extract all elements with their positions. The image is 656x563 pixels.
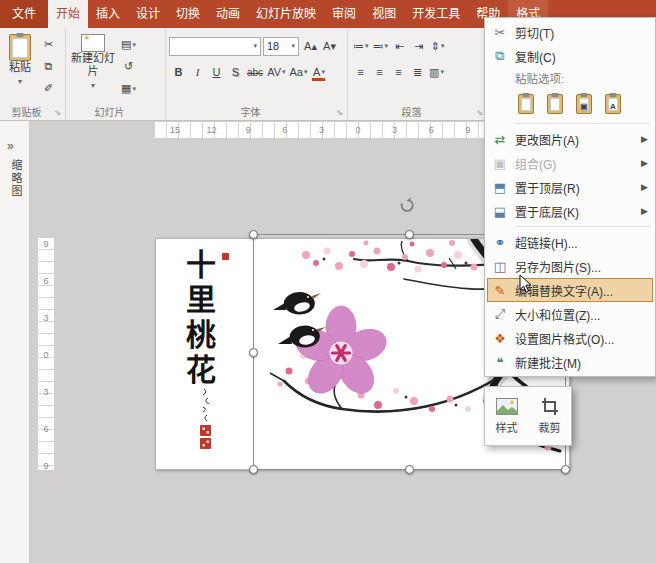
paste-keep-source-formatting-icon[interactable] <box>514 91 538 117</box>
menu-item-send-to-back[interactable]: ⬓置于底层(K)▶ <box>487 199 653 223</box>
menu-item-cut[interactable]: ✂剪切(T) <box>487 20 653 44</box>
layout-button[interactable]: ▤▾ <box>119 35 138 54</box>
calligraphy-picture[interactable]: 十里桃花 <box>176 249 220 407</box>
justify-icon: ≣ <box>413 65 422 80</box>
menu-item-format-picture[interactable]: ❖设置图片格式(O)... <box>487 326 653 350</box>
scissors-icon: ✂ <box>489 25 511 40</box>
numbering-button[interactable]: ≕▾ <box>371 37 391 56</box>
italic-icon: I <box>196 65 200 80</box>
tab-slideshow[interactable]: 幻灯片放映 <box>248 0 324 28</box>
columns-button[interactable]: ▥▾ <box>427 63 446 82</box>
text-shadow-button[interactable]: S <box>226 63 245 82</box>
section-button[interactable]: ▦▾ <box>119 79 138 98</box>
h-ruler-number: 3 <box>392 125 397 135</box>
align-center-icon: ≡ <box>376 65 382 80</box>
increase-indent-button[interactable]: ⇥ <box>409 37 428 56</box>
submenu-arrow-icon: ▶ <box>641 158 648 168</box>
slides-group-label: 幻灯片 <box>66 104 153 119</box>
decrease-indent-button[interactable]: ⇤ <box>390 37 409 56</box>
section-icon: ▦ <box>121 81 131 96</box>
character-spacing-button[interactable]: AV▾ <box>265 63 287 82</box>
clipboard-small-buttons: ✂⧉✐ <box>39 31 58 105</box>
tab-home[interactable]: 开始 <box>48 0 88 28</box>
bold-button[interactable]: B <box>169 63 188 82</box>
copy-button[interactable]: ⧉ <box>39 57 58 76</box>
decrease-font-size-button[interactable]: A▾ <box>320 37 339 56</box>
save-as-picture-icon: ◫ <box>489 259 511 274</box>
decrease-font-size-icon: A▾ <box>323 39 336 54</box>
menu-caption-paste-options: 粘贴选项: <box>487 68 653 88</box>
font-dialog-launcher-icon[interactable]: ⇘ <box>334 107 345 118</box>
tab-developer[interactable]: 开发工具 <box>404 0 468 28</box>
expand-pane-chevron-icon[interactable]: » <box>7 139 14 153</box>
clipboard-dialog-launcher-icon[interactable]: ⇘ <box>52 107 63 118</box>
font-row2-buttons: BIUSabcAV▾Aa▾A▾ <box>169 61 339 83</box>
underline-button[interactable]: U <box>207 63 226 82</box>
font-row1-buttons: A▴A▾ <box>301 37 339 56</box>
strikethrough-button[interactable]: abc <box>245 63 265 82</box>
paste-button[interactable]: 粘贴 ▾ <box>3 31 37 105</box>
reset-button[interactable]: ↺ <box>119 57 138 76</box>
paste-as-picture-icon[interactable]: ▣ <box>572 91 596 117</box>
tab-insert[interactable]: 插入 <box>88 0 128 28</box>
chevron-down-icon: ▾ <box>249 42 257 50</box>
strikethrough-icon: abc <box>247 65 263 80</box>
decrease-indent-icon: ⇤ <box>395 39 404 54</box>
italic-button[interactable]: I <box>188 63 207 82</box>
paragraph-row1-buttons: ≔▾≕▾⇤⇥⇕▾ <box>351 35 447 57</box>
tab-review[interactable]: 审阅 <box>324 0 364 28</box>
menu-item-size-and-position[interactable]: ⤢大小和位置(Z)... <box>487 302 653 326</box>
tab-animations[interactable]: 动画 <box>208 0 248 28</box>
selection-handle-top-center[interactable] <box>405 230 414 239</box>
menu-item-save-as-picture[interactable]: ◫另存为图片(S)... <box>487 254 653 278</box>
new-slide-button[interactable]: ✶ 新建幻灯片 ▾ <box>69 31 117 105</box>
selection-handle-bottom-center[interactable] <box>405 465 414 474</box>
align-left-button[interactable]: ≡ <box>351 63 370 82</box>
text-shadow-icon: S <box>232 65 239 80</box>
paste-keep-text-only-icon[interactable]: A <box>601 91 625 117</box>
menu-item-label: 新建批注(M) <box>515 354 648 371</box>
align-center-button[interactable]: ≡ <box>370 63 389 82</box>
paste-label: 粘贴 <box>9 61 31 74</box>
selection-handle-middle-left[interactable] <box>249 348 258 357</box>
menu-item-label: 置于底层(K) <box>515 203 637 220</box>
crop-button[interactable]: 裁剪 <box>528 387 571 445</box>
justify-button[interactable]: ≣ <box>408 63 427 82</box>
cut-button[interactable]: ✂ <box>39 35 58 54</box>
bullets-button[interactable]: ≔▾ <box>351 37 371 56</box>
tab-design[interactable]: 设计 <box>128 0 168 28</box>
selection-handle-bottom-right[interactable] <box>561 465 570 474</box>
selection-handle-top-left[interactable] <box>249 230 258 239</box>
menu-item-new-comment[interactable]: ❝新建批注(M) <box>487 350 653 374</box>
h-ruler-number: 12 <box>207 125 217 135</box>
font-size-combo[interactable]: 18 ▾ <box>263 37 299 56</box>
pink-flower-shape <box>292 306 391 400</box>
chevron-down-icon: ▾ <box>132 85 136 93</box>
format-painter-button[interactable]: ✐ <box>39 79 58 98</box>
picture-style-label: 样式 <box>496 419 518 435</box>
menu-item-edit-alt-text[interactable]: ✎编辑替换文字(A)... <box>487 278 653 302</box>
menu-item-change-picture[interactable]: ⇄更改图片(A)▶ <box>487 127 653 151</box>
paste-icon <box>9 34 31 61</box>
menu-item-hyperlink[interactable]: ⚭超链接(H)... <box>487 230 653 254</box>
clipboard-icon <box>547 94 563 114</box>
font-color-button[interactable]: A▾ <box>309 63 328 82</box>
tab-file[interactable]: 文件 <box>0 0 48 28</box>
picture-style-button[interactable]: 样式 <box>485 387 528 445</box>
tab-transitions[interactable]: 切换 <box>168 0 208 28</box>
bullets-icon: ≔ <box>353 39 364 54</box>
menu-item-bring-to-front[interactable]: ⬒置于顶层(R)▶ <box>487 175 653 199</box>
menu-item-label: 设置图片格式(O)... <box>515 330 648 347</box>
font-name-combo[interactable]: ▾ <box>169 37 261 56</box>
paste-merge-formatting-icon[interactable] <box>543 91 567 117</box>
rotate-handle-icon[interactable] <box>398 197 414 213</box>
tab-view[interactable]: 视图 <box>364 0 404 28</box>
increase-font-size-button[interactable]: A▴ <box>301 37 320 56</box>
menu-item-copy[interactable]: ⧉复制(C) <box>487 44 653 68</box>
align-right-button[interactable]: ≡ <box>389 63 408 82</box>
h-ruler-number: 9 <box>465 125 470 135</box>
v-ruler-number: 9 <box>43 239 48 249</box>
selection-handle-bottom-left[interactable] <box>249 465 258 474</box>
change-case-button[interactable]: Aa▾ <box>288 63 310 82</box>
line-spacing-button[interactable]: ⇕▾ <box>428 37 447 56</box>
